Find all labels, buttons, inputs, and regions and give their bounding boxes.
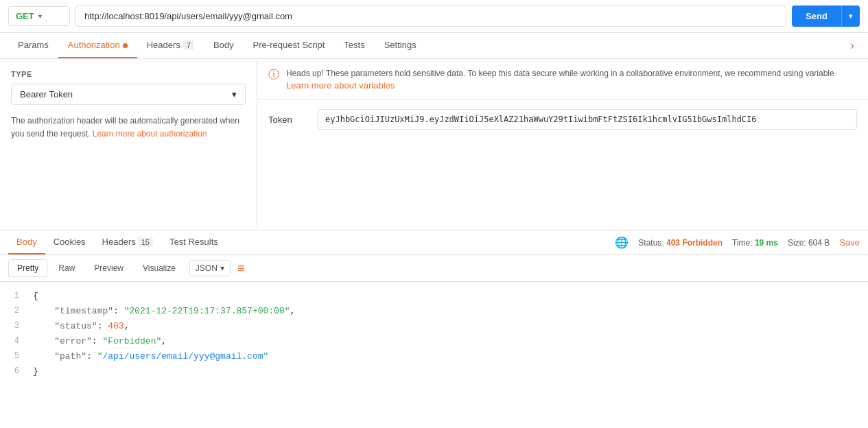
code-line-1: 1 { — [8, 289, 860, 304]
save-response-button[interactable]: Save — [839, 237, 860, 248]
authorization-dot — [123, 43, 128, 48]
response-meta: 🌐 Status: 403 Forbidden Time: 19 ms Size… — [615, 236, 860, 249]
type-label: TYPE — [11, 70, 246, 78]
alert-box: ⓘ Heads up! These parameters hold sensit… — [257, 59, 868, 99]
resp-tab-headers[interactable]: Headers15 — [94, 230, 161, 254]
code-content-3: "status": 403, — [33, 319, 860, 334]
learn-more-auth-link[interactable]: Learn more about authorization — [93, 129, 207, 139]
json-format-label: JSON — [196, 263, 218, 273]
top-bar: GET ▾ Send ▾ — [0, 0, 868, 33]
tab-pre-request[interactable]: Pre-request Script — [244, 33, 335, 58]
alert-message: Heads up! These parameters hold sensitiv… — [286, 69, 834, 78]
line-num-2: 2 — [8, 304, 19, 319]
status-code: 403 Forbidden — [666, 238, 723, 248]
tab-tests[interactable]: Tests — [334, 33, 374, 58]
code-line-5: 5 "path": "/api/users/email/yyy@gmail.co… — [8, 349, 860, 364]
code-line-2: 2 "timestamp": "2021-12-22T19:17:37.857+… — [8, 304, 860, 319]
response-tabs-bar: Body Cookies Headers15 Test Results 🌐 St… — [0, 230, 868, 255]
json-chevron-icon: ▾ — [220, 263, 224, 273]
token-row: Token — [257, 99, 868, 139]
tab-settings[interactable]: Settings — [375, 33, 426, 58]
fmt-tab-preview[interactable]: Preview — [86, 260, 132, 276]
auth-right-panel: ⓘ Heads up! These parameters hold sensit… — [257, 59, 868, 230]
code-content-2: "timestamp": "2021-12-22T19:17:37.857+00… — [33, 304, 860, 319]
fmt-tab-visualize[interactable]: Visualize — [134, 260, 184, 276]
size-value: 604 B — [808, 238, 830, 248]
request-tabs-bar: Params Authorization Headers7 Body Pre-r… — [0, 33, 868, 59]
line-num-1: 1 — [8, 289, 19, 304]
tab-body[interactable]: Body — [204, 33, 244, 58]
alert-icon: ⓘ — [268, 68, 279, 82]
line-num-5: 5 — [8, 349, 19, 364]
tab-headers[interactable]: Headers7 — [137, 33, 204, 58]
token-label: Token — [268, 115, 309, 125]
resp-tab-test-results[interactable]: Test Results — [161, 230, 226, 254]
code-line-4: 4 "error": "Forbidden", — [8, 334, 860, 349]
auth-info-text: The authorization header will be automat… — [11, 115, 246, 141]
content-area: TYPE Bearer Token ▾ The authorization he… — [0, 59, 868, 230]
fmt-tab-pretty[interactable]: Pretty — [8, 259, 47, 277]
learn-more-variables-link[interactable]: Learn more about variables — [286, 80, 834, 91]
format-tabs-bar: Pretty Raw Preview Visualize JSON ▾ ≡ — [0, 255, 868, 282]
code-content-1: { — [33, 289, 860, 304]
url-input[interactable] — [75, 5, 786, 27]
code-line-6: 6 } — [8, 364, 860, 379]
json-format-select[interactable]: JSON ▾ — [189, 260, 231, 276]
line-num-3: 3 — [8, 319, 19, 334]
wrap-icon[interactable]: ≡ — [237, 261, 245, 276]
send-button-group: Send ▾ — [792, 5, 860, 27]
token-input[interactable] — [318, 109, 857, 130]
resp-tab-cookies[interactable]: Cookies — [45, 230, 94, 254]
time-value: 19 ms — [755, 238, 778, 248]
tab-params[interactable]: Params — [8, 33, 58, 58]
method-value: GET — [16, 11, 34, 21]
time-label: Time: 19 ms — [732, 238, 778, 248]
headers-badge: 7 — [183, 40, 194, 50]
tab-authorization[interactable]: Authorization — [58, 33, 137, 58]
size-label: Size: 604 B — [788, 238, 830, 248]
response-code-area: 1 { 2 "timestamp": "2021-12-22T19:17:37.… — [0, 282, 868, 387]
method-selector[interactable]: GET ▾ — [8, 6, 70, 26]
globe-icon: 🌐 — [615, 236, 629, 249]
send-button[interactable]: Send — [792, 5, 841, 27]
alert-content: Heads up! These parameters hold sensitiv… — [286, 67, 834, 91]
code-content-4: "error": "Forbidden", — [33, 334, 860, 349]
line-num-6: 6 — [8, 364, 19, 379]
resp-headers-badge: 15 — [138, 237, 153, 247]
code-line-3: 3 "status": 403, — [8, 319, 860, 334]
chevron-down-icon: ▾ — [38, 12, 42, 20]
send-dropdown-button[interactable]: ▾ — [841, 5, 860, 27]
resp-tab-body[interactable]: Body — [8, 230, 45, 254]
tabs-overflow-indicator: › — [845, 33, 860, 58]
line-num-4: 4 — [8, 334, 19, 349]
fmt-tab-raw[interactable]: Raw — [50, 260, 83, 276]
code-content-6: } — [33, 364, 860, 379]
type-select[interactable]: Bearer Token ▾ — [11, 84, 246, 105]
auth-left-panel: TYPE Bearer Token ▾ The authorization he… — [0, 59, 257, 230]
type-select-value: Bearer Token — [20, 89, 73, 99]
status-label: Status: 403 Forbidden — [638, 238, 723, 248]
code-content-5: "path": "/api/users/email/yyy@gmail.com" — [33, 349, 860, 364]
type-chevron-icon: ▾ — [232, 89, 237, 99]
